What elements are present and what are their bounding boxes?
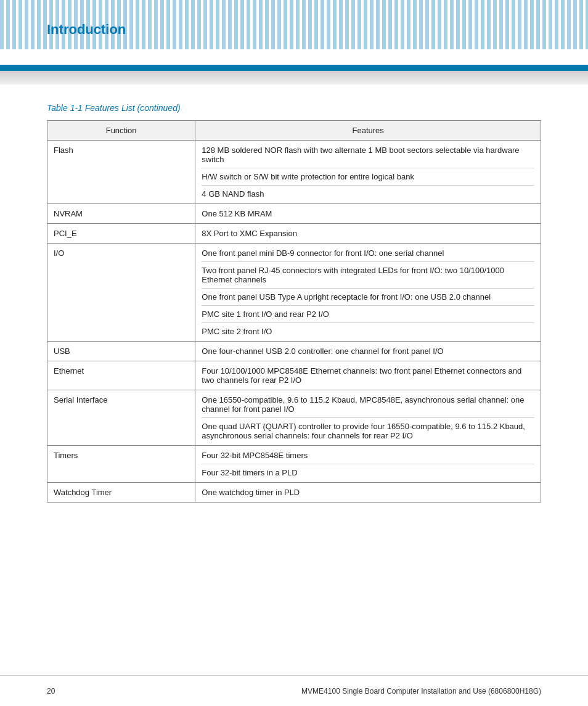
- feature-item: One front panel USB Type A upright recep…: [202, 288, 534, 302]
- feature-item: One four-channel USB 2.0 controller: one…: [202, 347, 534, 356]
- table-row: Serial InterfaceOne 16550-compatible, 9.…: [47, 390, 541, 446]
- function-cell: I/O: [47, 244, 195, 342]
- features-cell: 8X Port to XMC Expansion: [195, 224, 541, 244]
- main-content: Table 1-1 Features List (continued) Func…: [0, 103, 588, 552]
- col-features: Features: [195, 121, 541, 141]
- features-cell: 128 MB soldered NOR flash with two alter…: [195, 141, 541, 204]
- function-cell: Serial Interface: [47, 390, 195, 446]
- function-cell: Ethernet: [47, 361, 195, 390]
- features-cell: One front panel mini DB-9 connector for …: [195, 244, 541, 342]
- feature-item: 4 GB NAND flash: [202, 185, 534, 199]
- table-row: NVRAMOne 512 KB MRAM: [47, 204, 541, 224]
- function-cell: Timers: [47, 446, 195, 483]
- feature-item: PMC site 2 front I/O: [202, 322, 534, 336]
- features-cell: Four 10/100/1000 MPC8548E Ethernet chann…: [195, 361, 541, 390]
- features-cell: One 512 KB MRAM: [195, 204, 541, 224]
- page-title: Introduction: [47, 22, 126, 38]
- function-cell: Flash: [47, 141, 195, 204]
- features-cell: One four-channel USB 2.0 controller: one…: [195, 342, 541, 361]
- feature-item: One quad UART (QUART) controller to prov…: [202, 417, 534, 440]
- page-footer: 20 MVME4100 Single Board Computer Instal…: [0, 675, 588, 706]
- feature-item: Four 10/100/1000 MPC8548E Ethernet chann…: [202, 366, 534, 385]
- table-caption: Table 1-1 Features List (continued): [47, 103, 541, 113]
- feature-item: 8X Port to XMC Expansion: [202, 229, 534, 238]
- features-cell: One 16550-compatible, 9.6 to 115.2 Kbaud…: [195, 390, 541, 446]
- feature-item: One watchdog timer in PLD: [202, 488, 534, 497]
- feature-item: One front panel mini DB-9 connector for …: [202, 248, 534, 258]
- header-gray-bar: [0, 71, 588, 84]
- document-title: MVME4100 Single Board Computer Installat…: [301, 687, 541, 696]
- feature-item: One 16550-compatible, 9.6 to 115.2 Kbaud…: [202, 395, 534, 414]
- feature-item: H/W switch or S/W bit write protection f…: [202, 168, 534, 181]
- function-cell: PCI_E: [47, 224, 195, 244]
- features-cell: Four 32-bit MPC8548E timersFour 32-bit t…: [195, 446, 541, 483]
- table-row: I/OOne front panel mini DB-9 connector f…: [47, 244, 541, 342]
- page-header: Introduction: [0, 0, 588, 65]
- function-cell: USB: [47, 342, 195, 361]
- table-row: EthernetFour 10/100/1000 MPC8548E Ethern…: [47, 361, 541, 390]
- feature-item: 128 MB soldered NOR flash with two alter…: [202, 146, 534, 164]
- feature-item: Two front panel RJ-45 connectors with in…: [202, 261, 534, 284]
- features-table: Function Features Flash128 MB soldered N…: [47, 120, 541, 503]
- table-row: TimersFour 32-bit MPC8548E timersFour 32…: [47, 446, 541, 483]
- feature-item: PMC site 1 front I/O and rear P2 I/O: [202, 305, 534, 319]
- function-cell: NVRAM: [47, 204, 195, 224]
- function-cell: Watchdog Timer: [47, 483, 195, 503]
- table-row: USBOne four-channel USB 2.0 controller: …: [47, 342, 541, 361]
- feature-item: One 512 KB MRAM: [202, 209, 534, 218]
- col-function: Function: [47, 121, 195, 141]
- table-row: Flash128 MB soldered NOR flash with two …: [47, 141, 541, 204]
- page-number: 20: [47, 687, 55, 696]
- feature-item: Four 32-bit timers in a PLD: [202, 464, 534, 477]
- table-row: PCI_E8X Port to XMC Expansion: [47, 224, 541, 244]
- table-header-row: Function Features: [47, 121, 541, 141]
- feature-item: Four 32-bit MPC8548E timers: [202, 451, 534, 460]
- table-row: Watchdog TimerOne watchdog timer in PLD: [47, 483, 541, 503]
- header-divider-bar: [0, 65, 588, 71]
- features-cell: One watchdog timer in PLD: [195, 483, 541, 503]
